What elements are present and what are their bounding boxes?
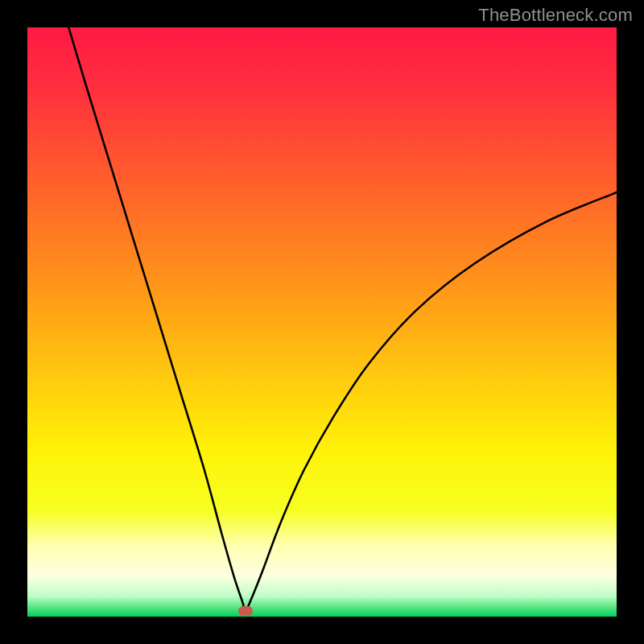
- chart-frame: TheBottleneck.com: [0, 0, 644, 644]
- optimal-point-marker: [238, 606, 253, 616]
- bottleneck-chart: [27, 27, 617, 617]
- plot-area: [27, 27, 617, 617]
- watermark-text: TheBottleneck.com: [478, 5, 633, 26]
- gradient-background: [27, 27, 617, 617]
